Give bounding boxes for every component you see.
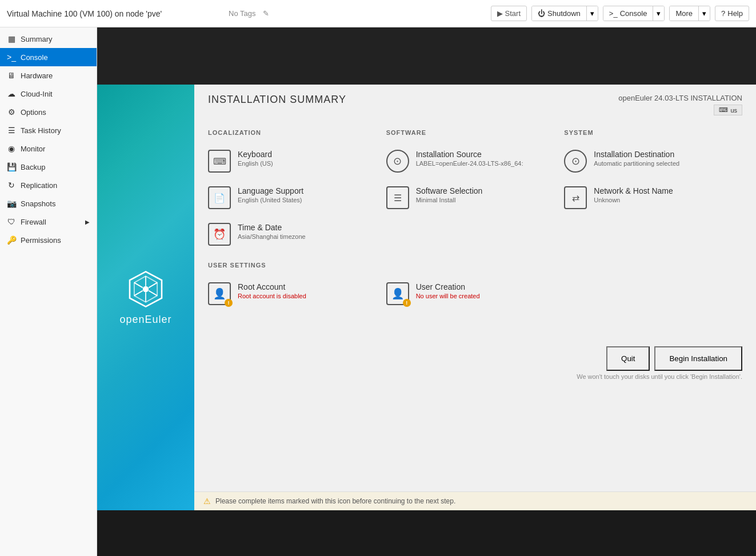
svg-line-7 — [134, 291, 143, 296]
help-button[interactable]: ? Help — [715, 6, 749, 21]
sidebar-item-cloud-init[interactable]: ☁ Cloud-Init — [0, 85, 97, 103]
console-bottom-chrome — [97, 510, 756, 556]
warning-bar: ⚠ Please complete items marked with this… — [194, 491, 756, 510]
installation-destination-sub: Automatic partitioning selected — [594, 160, 679, 167]
more-dropdown-arrow[interactable]: ▾ — [698, 6, 710, 21]
no-tags-label: No Tags — [229, 9, 255, 18]
sidebar-item-hardware[interactable]: 🖥 Hardware — [0, 66, 97, 85]
installer-body: LOCALIZATION ⌨ Keyboard English (US) — [194, 120, 756, 491]
network-hostname-item[interactable]: ⇄ Network & Host Name Unknown — [564, 179, 742, 216]
language-support-icon: 📄 — [208, 186, 231, 209]
begin-installation-button[interactable]: Begin Installation — [654, 346, 742, 371]
power-icon: ⏻ — [538, 9, 545, 18]
time-date-sub: Asia/Shanghai timezone — [238, 233, 306, 240]
time-date-title: Time & Date — [238, 223, 306, 232]
quit-button[interactable]: Quit — [606, 346, 650, 371]
svg-line-4 — [149, 283, 157, 288]
user-creation-title: User Creation — [416, 282, 480, 291]
task-history-icon: ☰ — [7, 126, 16, 135]
replication-icon: ↻ — [7, 181, 16, 190]
action-buttons: Quit Begin Installation — [208, 346, 742, 373]
user-settings-section: USER SETTINGS 👤 ! Root Account — [208, 262, 742, 312]
shutdown-dropdown-arrow[interactable]: ▾ — [586, 6, 598, 21]
keyboard-small-icon: ⌨ — [719, 106, 728, 114]
sidebar-label-monitor: Monitor — [21, 145, 45, 153]
chevron-down-icon: ▾ — [590, 9, 594, 18]
sidebar-label-permissions: Permissions — [21, 236, 61, 245]
sidebar-item-monitor[interactable]: ◉ Monitor — [0, 139, 97, 158]
summary-icon: ▦ — [7, 34, 16, 43]
console-main-button[interactable]: >_ Console — [603, 6, 653, 21]
sidebar-item-replication[interactable]: ↻ Replication — [0, 176, 97, 194]
more-main-button[interactable]: More — [670, 6, 698, 21]
edit-tags-icon[interactable]: ✎ — [263, 9, 269, 18]
sidebar: ▦ Summary >_ Console 🖥 Hardware ☁ Cloud-… — [0, 27, 97, 556]
root-account-item[interactable]: 👤 ! Root Account Root account is disable… — [208, 275, 386, 312]
monitor-icon: ◉ — [7, 144, 16, 153]
console-top-chrome — [97, 27, 756, 85]
sidebar-item-permissions[interactable]: 🔑 Permissions — [0, 231, 97, 249]
spacer — [208, 312, 742, 346]
sidebar-label-cloud-init: Cloud-Init — [21, 90, 53, 98]
start-button[interactable]: ▶ Start — [491, 6, 527, 21]
user-warning-badge: ! — [403, 299, 411, 307]
shutdown-button-group: ⏻ Shutdown ▾ — [531, 6, 598, 21]
vm-title: Virtual Machine 100 (VM 100) on node 'pv… — [7, 9, 219, 18]
installation-destination-icon: ⊙ — [564, 150, 587, 173]
cloud-icon: ☁ — [7, 89, 16, 98]
user-creation-item[interactable]: 👤 ! User Creation No user will be create… — [386, 275, 565, 312]
firewall-expand-arrow: ▶ — [85, 219, 90, 225]
sidebar-item-options[interactable]: ⚙ Options — [0, 103, 97, 121]
main-layout: ▦ Summary >_ Console 🖥 Hardware ☁ Cloud-… — [0, 27, 756, 556]
software-selection-icon: ☰ — [386, 186, 409, 209]
keyboard-item[interactable]: ⌨ Keyboard English (US) — [208, 143, 386, 179]
language-support-title: Language Support — [238, 186, 303, 195]
vm-screen[interactable]: openEuler INSTALLATION SUMMARY openEuler… — [97, 85, 756, 510]
sidebar-item-task-history[interactable]: ☰ Task History — [0, 121, 97, 139]
sidebar-label-summary: Summary — [21, 35, 53, 43]
installation-source-sub: LABEL=openEuler-24.03-LTS-x86_64: — [416, 160, 523, 167]
keyboard-sub: English (US) — [238, 160, 273, 167]
keyboard-icon: ⌨ — [208, 150, 231, 173]
openeuler-logo: openEuler — [119, 269, 171, 326]
user-settings-title: USER SETTINGS — [208, 262, 742, 269]
openeuler-text: openEuler — [119, 314, 171, 326]
time-date-item[interactable]: ⏰ Time & Date Asia/Shanghai timezone — [208, 216, 386, 253]
language-support-item[interactable]: 📄 Language Support English (United State… — [208, 179, 386, 216]
sidebar-label-options: Options — [21, 108, 46, 117]
sidebar-item-console[interactable]: >_ Console — [0, 48, 97, 66]
software-title: SOFTWARE — [386, 129, 565, 136]
console-icon: >_ — [7, 53, 16, 62]
keyboard-title: Keyboard — [238, 150, 273, 159]
hardware-icon: 🖥 — [7, 71, 16, 80]
time-date-icon: ⏰ — [208, 223, 231, 246]
installation-destination-item[interactable]: ⊙ Installation Destination Automatic par… — [564, 143, 742, 179]
backup-icon: 💾 — [7, 162, 16, 171]
console-button-group: >_ Console ▾ — [603, 6, 665, 21]
software-selection-item[interactable]: ☰ Software Selection Minimal Install — [386, 179, 565, 216]
localization-title: LOCALIZATION — [208, 129, 386, 136]
help-icon: ? — [721, 9, 725, 18]
footer-note: We won't touch your disks until you clic… — [208, 373, 742, 385]
console-frame: openEuler INSTALLATION SUMMARY openEuler… — [97, 27, 756, 556]
root-warning-badge: ! — [225, 299, 233, 307]
sidebar-label-replication: Replication — [21, 181, 57, 190]
installation-summary-title: INSTALLATION SUMMARY — [208, 94, 346, 106]
svg-line-5 — [149, 291, 157, 296]
sidebar-item-snapshots[interactable]: 📷 Snapshots — [0, 194, 97, 213]
shutdown-main-button[interactable]: ⏻ Shutdown — [532, 6, 586, 21]
console-dropdown-arrow[interactable]: ▾ — [653, 6, 664, 21]
installer-sidebar: openEuler — [97, 85, 194, 510]
logo-hexagon — [126, 269, 166, 309]
language-support-sub: English (United States) — [238, 197, 303, 203]
sidebar-item-firewall[interactable]: 🛡 Firewall ▶ — [0, 213, 97, 231]
system-section: SYSTEM ⊙ Installation Destination Automa… — [564, 120, 742, 253]
sidebar-item-summary[interactable]: ▦ Summary — [0, 30, 97, 48]
installation-subtitle: openEuler 24.03-LTS INSTALLATION ⌨ us — [618, 94, 742, 115]
openeuler-version-title: openEuler 24.03-LTS INSTALLATION — [618, 94, 742, 102]
sidebar-item-backup[interactable]: 💾 Backup — [0, 158, 97, 176]
installer-header: INSTALLATION SUMMARY openEuler 24.03-LTS… — [194, 85, 756, 120]
localization-section: LOCALIZATION ⌨ Keyboard English (US) — [208, 120, 386, 253]
root-account-icon-wrap: 👤 ! — [208, 282, 231, 305]
installation-source-item[interactable]: ⊙ Installation Source LABEL=openEuler-24… — [386, 143, 565, 179]
